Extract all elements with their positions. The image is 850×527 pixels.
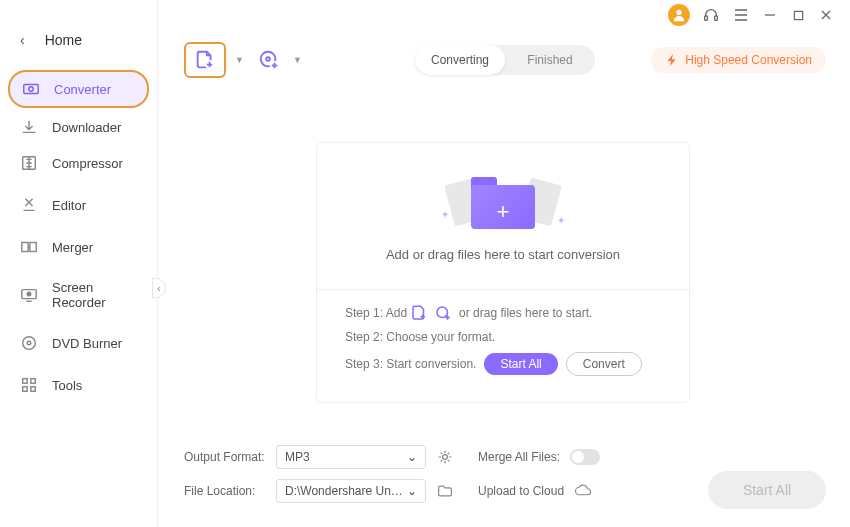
home-label: Home — [45, 32, 82, 48]
sidebar: ‹ Home Converter Downloader Compressor E… — [0, 0, 158, 527]
sidebar-item-label: Screen Recorder — [52, 280, 137, 310]
sidebar-item-compressor[interactable]: Compressor — [8, 146, 149, 180]
svg-point-19 — [266, 57, 270, 61]
steps-area: Step 1: Add or drag files here to start.… — [317, 289, 689, 402]
folder-illustration: + ✦ ✦ — [463, 171, 543, 231]
main-area: ▼ ▼ Converting Finished High Speed Conve… — [160, 0, 850, 527]
svg-rect-8 — [30, 243, 36, 252]
sidebar-item-converter[interactable]: Converter — [8, 70, 149, 108]
output-format-select[interactable]: MP3 ⌄ — [276, 445, 426, 469]
svg-rect-13 — [23, 379, 28, 384]
chevron-down-icon: ⌄ — [407, 450, 417, 464]
chevron-down-icon: ⌄ — [407, 484, 417, 498]
editor-icon — [20, 196, 38, 214]
sidebar-item-label: Downloader — [52, 120, 121, 135]
toolbar: ▼ ▼ Converting Finished High Speed Conve… — [184, 42, 826, 78]
sidebar-item-label: Tools — [52, 378, 82, 393]
sidebar-item-label: Editor — [52, 198, 86, 213]
sidebar-item-downloader[interactable]: Downloader — [8, 110, 149, 144]
sidebar-item-dvd[interactable]: DVD Burner — [8, 326, 149, 360]
svg-point-12 — [27, 341, 31, 345]
chevron-left-icon: ‹ — [20, 32, 25, 48]
svg-point-5 — [29, 87, 34, 92]
open-folder-icon[interactable] — [436, 482, 454, 500]
step-3: Step 3: Start conversion. Start All Conv… — [345, 352, 661, 376]
home-nav[interactable]: ‹ Home — [0, 24, 157, 68]
drop-hint: Add or drag files here to start conversi… — [386, 247, 620, 262]
lightning-icon — [665, 53, 679, 67]
drop-zone[interactable]: + ✦ ✦ Add or drag files here to start co… — [317, 143, 689, 289]
svg-point-21 — [437, 307, 448, 318]
svg-rect-14 — [31, 379, 36, 384]
svg-rect-16 — [31, 387, 36, 392]
svg-point-11 — [23, 337, 36, 350]
file-plus-icon — [410, 304, 428, 322]
sidebar-item-recorder[interactable]: Screen Recorder — [8, 272, 149, 318]
status-tabs: Converting Finished — [415, 45, 595, 75]
output-format-label: Output Format: — [184, 450, 266, 464]
high-speed-badge[interactable]: High Speed Conversion — [651, 47, 826, 73]
svg-point-10 — [27, 292, 31, 296]
file-location-select[interactable]: D:\Wondershare UniConverter 1 ⌄ — [276, 479, 426, 503]
downloader-icon — [20, 118, 38, 136]
sidebar-item-label: Converter — [54, 82, 111, 97]
add-dvd-caret[interactable]: ▼ — [293, 55, 302, 65]
start-all-mini-button[interactable]: Start All — [484, 353, 557, 375]
tab-converting[interactable]: Converting — [415, 45, 505, 75]
sidebar-item-label: Compressor — [52, 156, 123, 171]
merger-icon — [20, 238, 38, 256]
step-2: Step 2: Choose your format. — [345, 330, 661, 344]
add-file-caret[interactable]: ▼ — [235, 55, 244, 65]
svg-rect-15 — [23, 387, 28, 392]
footer-bar: Output Format: MP3 ⌄ Merge All Files: Fi… — [184, 445, 826, 513]
drop-panel: + ✦ ✦ Add or drag files here to start co… — [316, 142, 690, 403]
start-all-button[interactable]: Start All — [708, 471, 826, 509]
add-dvd-button[interactable] — [248, 42, 290, 78]
merge-toggle[interactable] — [570, 449, 600, 465]
sidebar-item-merger[interactable]: Merger — [8, 230, 149, 264]
tab-finished[interactable]: Finished — [505, 45, 595, 75]
dvd-burner-icon — [20, 334, 38, 352]
compressor-icon — [20, 154, 38, 172]
screen-recorder-icon — [20, 286, 38, 304]
tools-icon — [20, 376, 38, 394]
cloud-icon[interactable] — [574, 482, 592, 500]
convert-mini-button[interactable]: Convert — [566, 352, 642, 376]
disc-plus-icon — [434, 304, 452, 322]
sidebar-item-editor[interactable]: Editor — [8, 188, 149, 222]
add-file-button[interactable] — [184, 42, 226, 78]
svg-point-22 — [443, 455, 448, 460]
sidebar-item-label: Merger — [52, 240, 93, 255]
converter-icon — [22, 80, 40, 98]
upload-label: Upload to Cloud — [478, 484, 564, 498]
sidebar-item-label: DVD Burner — [52, 336, 122, 351]
file-location-label: File Location: — [184, 484, 266, 498]
step-1: Step 1: Add or drag files here to start. — [345, 304, 661, 322]
merge-label: Merge All Files: — [478, 450, 560, 464]
settings-icon[interactable] — [436, 448, 454, 466]
svg-rect-4 — [24, 85, 38, 94]
sidebar-item-tools[interactable]: Tools — [8, 368, 149, 402]
svg-rect-7 — [22, 243, 28, 252]
